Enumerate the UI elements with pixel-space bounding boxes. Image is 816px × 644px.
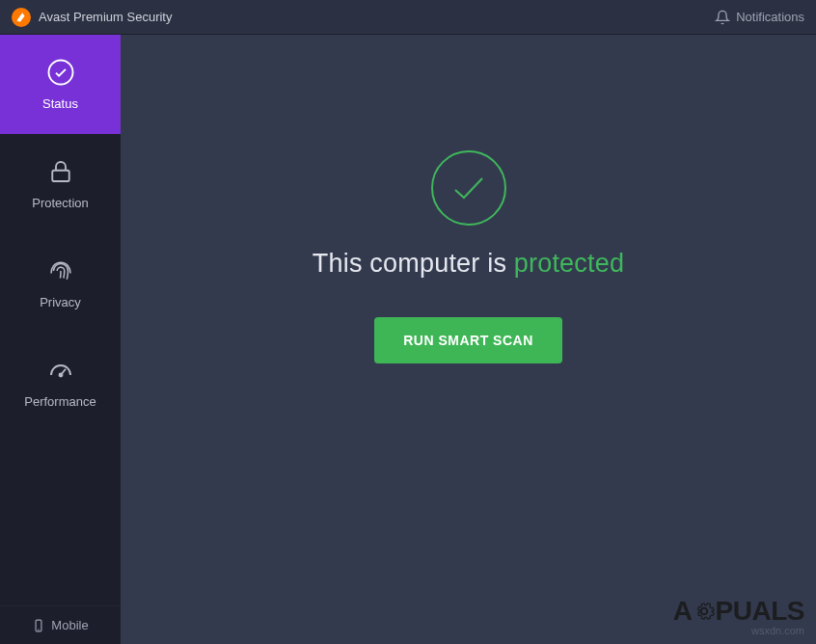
titlebar: Avast Premium Security Notifications xyxy=(0,0,816,35)
sidebar-item-privacy[interactable]: Privacy xyxy=(0,233,121,333)
notifications-label: Notifications xyxy=(736,10,804,24)
content-area: This computer is protected RUN SMART SCA… xyxy=(121,35,816,644)
main-layout: Status Protection Privacy xyxy=(0,35,816,644)
notifications-button[interactable]: Notifications xyxy=(715,10,804,25)
sidebar: Status Protection Privacy xyxy=(0,35,121,644)
status-panel: This computer is protected RUN SMART SCA… xyxy=(121,35,816,363)
sidebar-item-status[interactable]: Status xyxy=(0,35,121,134)
bell-icon xyxy=(715,10,730,25)
sidebar-label-performance: Performance xyxy=(24,394,95,409)
avast-logo-icon xyxy=(12,8,31,27)
sidebar-item-mobile[interactable]: Mobile xyxy=(0,605,121,644)
watermark-brand-suffix: PUALS xyxy=(716,596,804,627)
sidebar-label-mobile: Mobile xyxy=(51,618,88,632)
app-title: Avast Premium Security xyxy=(39,10,172,24)
sidebar-label-protection: Protection xyxy=(32,196,89,210)
checkmark-icon xyxy=(449,173,488,203)
sidebar-spacer xyxy=(0,432,121,605)
svg-rect-1 xyxy=(52,171,69,181)
mobile-icon xyxy=(32,619,45,632)
watermark: A PUALS wsxdn.com xyxy=(673,596,804,636)
status-circle xyxy=(431,150,506,226)
gauge-icon xyxy=(46,356,75,385)
sidebar-item-protection[interactable]: Protection xyxy=(0,134,121,233)
run-smart-scan-button[interactable]: RUN SMART SCAN xyxy=(374,317,562,363)
status-text: This computer is protected xyxy=(313,249,624,279)
lock-icon xyxy=(46,157,75,186)
sidebar-item-performance[interactable]: Performance xyxy=(0,333,121,432)
watermark-brand-prefix: A xyxy=(673,596,693,627)
gear-icon xyxy=(694,601,715,622)
sidebar-label-privacy: Privacy xyxy=(40,295,81,309)
svg-point-5 xyxy=(701,608,707,614)
status-text-prefix: This computer is xyxy=(313,249,514,278)
sidebar-label-status: Status xyxy=(42,96,78,111)
titlebar-left: Avast Premium Security xyxy=(12,8,172,27)
status-text-highlight: protected xyxy=(514,249,624,278)
watermark-brand: A PUALS xyxy=(673,596,804,627)
fingerprint-icon xyxy=(46,256,75,285)
check-circle-icon xyxy=(46,58,75,87)
svg-point-0 xyxy=(48,61,72,85)
